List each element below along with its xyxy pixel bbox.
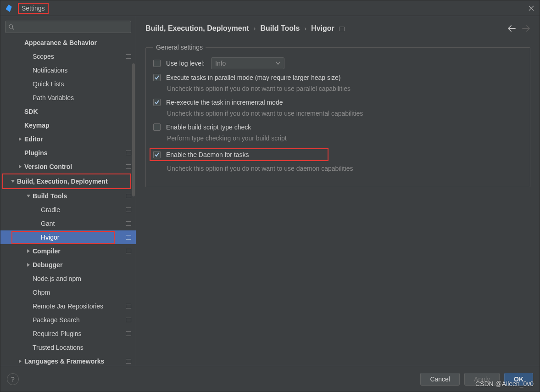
sidebar: Appearance & Behavior Scopes Notificatio… [0,16,136,366]
nav-back-button[interactable] [507,25,516,32]
chevron-right-icon [17,163,23,170]
chevron-right-icon: › [254,25,256,32]
tree-editor[interactable]: Editor [0,132,136,146]
incremental-label: Re-execute the task in incremental mode [166,99,283,106]
tree-notifications[interactable]: Notifications [0,63,136,77]
tree-build-execution-deployment[interactable]: Build, Execution, Deployment [3,174,130,188]
project-icon [126,304,131,308]
settings-tree: Appearance & Behavior Scopes Notificatio… [0,36,136,366]
tree-debugger[interactable]: Debugger [0,258,136,272]
tree-trusted[interactable]: Trusted Locations [0,341,136,354]
window-title: Settings [18,3,49,14]
scrollbar[interactable] [132,63,135,196]
log-level-select[interactable]: Info [211,57,284,69]
crumb-c: Hvigor [311,24,345,33]
tree-sdk[interactable]: SDK [0,105,136,118]
project-icon [126,54,131,59]
tree-keymap[interactable]: Keymap [0,118,136,132]
breadcrumb: Build, Execution, Deployment › Build Too… [145,24,530,33]
crumb-a[interactable]: Build, Execution, Deployment [145,24,249,33]
typecheck-label: Enable build script type check [166,123,251,131]
tree-plugins[interactable]: Plugins [0,146,136,160]
project-icon [126,221,131,226]
footer: ? Cancel Apply OK [0,366,540,392]
general-settings-group: General settings Use log level: Info Exe… [145,44,530,187]
close-button[interactable] [527,4,536,13]
tree-ohpm[interactable]: Ohpm [0,286,136,299]
chevron-down-icon [276,62,280,65]
search-field[interactable] [17,23,128,30]
tree-remotejar[interactable]: Remote Jar Repositories [0,299,136,313]
tree-hvigor[interactable]: Hvigor [0,230,136,244]
project-icon [126,207,131,212]
tree-reqplugins[interactable]: Required Plugins [0,327,136,341]
tree-appearance[interactable]: Appearance & Behavior [0,36,136,50]
tree-nodejs[interactable]: Node.js and npm [0,272,136,286]
cancel-button[interactable]: Cancel [420,373,460,386]
parallel-label: Execute tasks in parallel mode (may requ… [166,74,341,81]
chevron-right-icon: › [304,25,306,32]
project-icon [126,331,131,336]
project-icon [339,27,345,31]
tree-quicklists[interactable]: Quick Lists [0,77,136,91]
project-icon [126,318,131,322]
project-icon [126,235,131,240]
app-logo-icon [4,4,13,13]
ok-button[interactable]: OK [504,373,533,386]
project-icon [126,151,131,155]
tree-pathvars[interactable]: Path Variables [0,91,136,105]
tree-pkgsearch[interactable]: Package Search [0,313,136,327]
chevron-right-icon [17,358,23,364]
crumb-b[interactable]: Build Tools [260,24,300,33]
nav-forward-button [522,25,530,32]
project-icon [126,249,131,253]
apply-button[interactable]: Apply [464,373,500,386]
project-icon [126,359,131,364]
chevron-down-icon [25,193,32,199]
tree-langfw[interactable]: Languages & Frameworks [0,354,136,366]
incremental-desc: Uncheck this option if you do not want t… [167,110,523,117]
tree-buildtools[interactable]: Build Tools [0,189,136,203]
title-bar: Settings [0,0,540,16]
parallel-checkbox[interactable] [153,74,161,81]
daemon-label: Enable the Daemon for tasks [166,151,249,158]
tree-versioncontrol[interactable]: Version Control [0,160,136,174]
project-icon [126,164,131,169]
search-icon [8,24,15,30]
use-log-level-label: Use log level: [166,60,205,67]
incremental-checkbox[interactable] [153,99,161,106]
chevron-right-icon [25,248,32,254]
tree-compiler[interactable]: Compiler [0,244,136,258]
tree-gant[interactable]: Gant [0,217,136,230]
chevron-right-icon [17,136,23,142]
search-input[interactable] [5,21,131,33]
content-panel: Build, Execution, Deployment › Build Too… [136,16,540,366]
parallel-desc: Uncheck this option if you do not want t… [167,85,523,92]
typecheck-checkbox[interactable] [153,123,161,131]
chevron-right-icon [25,262,32,268]
help-button[interactable]: ? [7,373,19,385]
chevron-down-icon [10,178,16,185]
log-level-value: Info [215,60,226,67]
svg-point-0 [9,24,13,28]
tree-scopes[interactable]: Scopes [0,50,136,63]
typecheck-desc: Perform type checking on your build scri… [167,134,523,142]
use-log-level-checkbox[interactable] [153,60,161,67]
svg-line-1 [12,28,14,29]
project-icon [126,194,131,198]
group-title: General settings [153,44,206,51]
daemon-checkbox[interactable] [153,151,161,158]
tree-gradle[interactable]: Gradle [0,203,136,217]
highlight-bed: Build, Execution, Deployment [2,174,131,189]
daemon-desc: Uncheck this option if you do not want t… [167,165,523,172]
